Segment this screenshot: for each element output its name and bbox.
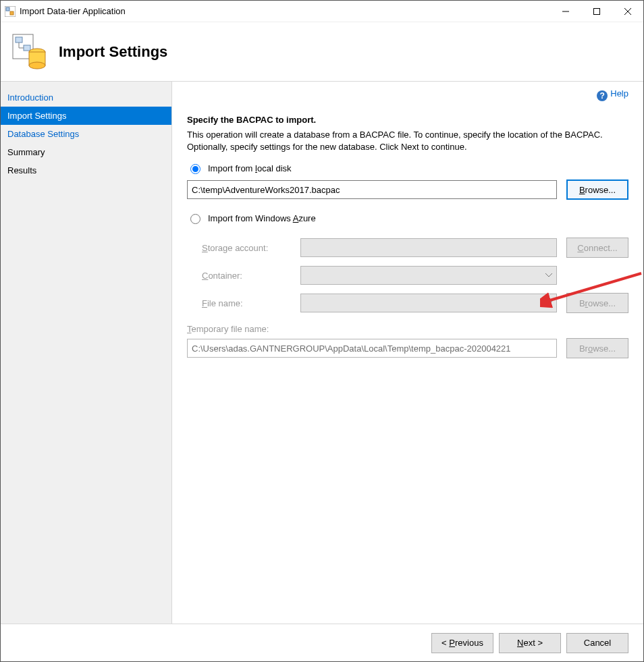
radio-import-azure-label: Import from Windows Azure <box>208 213 316 223</box>
azure-block: Storage account: Connect... Container: F… <box>202 238 628 321</box>
wizard-sidebar: Introduction Import Settings Database Se… <box>1 82 172 624</box>
wizard-header: Import Settings <box>1 22 643 82</box>
storage-account-input <box>300 238 557 257</box>
container-dropdown <box>300 266 557 285</box>
local-path-row: Browse... <box>187 180 628 200</box>
container-row: Container: <box>202 266 628 285</box>
help-icon: ? <box>597 90 608 101</box>
browse-temp-button: Browse... <box>566 338 628 358</box>
window-controls <box>550 1 643 22</box>
local-path-input[interactable] <box>187 180 557 199</box>
radio-import-azure-input[interactable] <box>190 214 200 224</box>
file-name-label: File name: <box>202 298 291 308</box>
radio-import-local[interactable]: Import from local disk <box>187 162 628 174</box>
svg-rect-1 <box>6 7 9 11</box>
wizard-body: Introduction Import Settings Database Se… <box>1 82 643 624</box>
minimize-button[interactable] <box>550 1 581 22</box>
svg-rect-8 <box>16 37 22 43</box>
dialog-window: Import Data-tier Application Import Sett… <box>0 0 644 662</box>
svg-point-14 <box>29 62 45 69</box>
window-title: Import Data-tier Application <box>20 6 550 16</box>
radio-import-azure[interactable]: Import from Windows Azure <box>187 212 628 224</box>
temp-file-input[interactable] <box>187 339 557 358</box>
section-title: Specify the BACPAC to import. <box>187 115 628 125</box>
next-button[interactable]: Next > <box>499 633 561 653</box>
previous-button[interactable]: < Previous <box>431 633 493 653</box>
storage-account-row: Storage account: Connect... <box>202 238 628 258</box>
radio-import-local-input[interactable] <box>190 164 200 174</box>
cancel-button[interactable]: Cancel <box>566 633 628 653</box>
sidebar-item-results[interactable]: Results <box>1 161 171 180</box>
temp-file-row: Browse... <box>187 338 628 358</box>
help-bar: ?Help <box>187 88 628 115</box>
connect-button: Connect... <box>566 238 628 258</box>
container-label: Container: <box>202 271 291 281</box>
storage-account-label: Storage account: <box>202 243 291 253</box>
browse-local-button[interactable]: Browse... <box>566 180 628 200</box>
file-name-dropdown <box>300 294 557 312</box>
sidebar-item-import-settings[interactable]: Import Settings <box>1 107 171 125</box>
page-title: Import Settings <box>59 43 167 61</box>
temp-file-label: Temporary file name: <box>187 324 628 334</box>
close-button[interactable] <box>612 1 643 22</box>
maximize-button[interactable] <box>581 1 612 22</box>
wizard-main: ?Help Specify the BACPAC to import. This… <box>172 82 643 624</box>
sidebar-item-database-settings[interactable]: Database Settings <box>1 125 171 143</box>
sidebar-item-introduction[interactable]: Introduction <box>1 88 171 107</box>
radio-import-local-label: Import from local disk <box>208 163 292 173</box>
svg-rect-2 <box>10 11 14 15</box>
browse-azure-button: Browse... <box>566 293 628 313</box>
help-link[interactable]: ?Help <box>597 88 628 99</box>
wizard-header-icon <box>11 32 47 72</box>
svg-rect-4 <box>594 8 600 14</box>
help-label: Help <box>610 88 628 99</box>
wizard-footer: < Previous Next > Cancel <box>1 624 643 661</box>
sidebar-item-summary[interactable]: Summary <box>1 143 171 161</box>
section-description: This operation will create a database fr… <box>187 129 628 153</box>
file-name-row: File name: Browse... <box>202 293 628 313</box>
titlebar: Import Data-tier Application <box>1 1 643 22</box>
app-icon <box>5 6 16 17</box>
svg-rect-9 <box>24 45 30 51</box>
